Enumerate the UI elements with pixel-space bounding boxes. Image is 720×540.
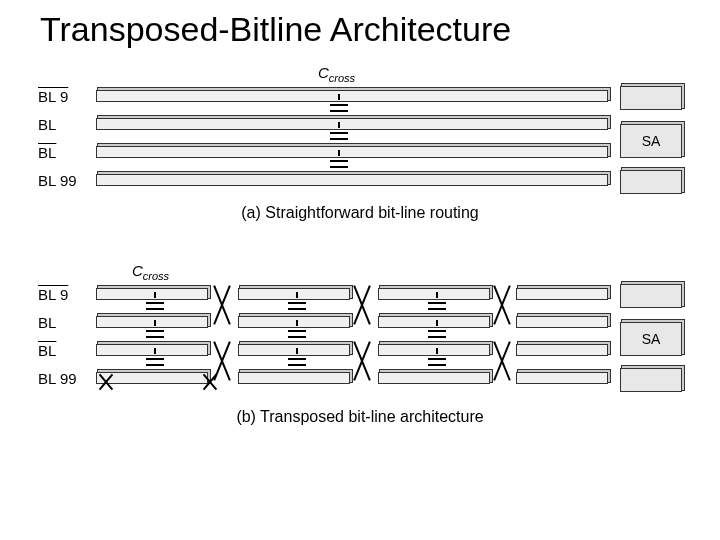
row-bl9bar-a: BL 9 bbox=[38, 86, 682, 112]
ccross-c: C bbox=[318, 64, 329, 81]
label-bl: BL bbox=[38, 116, 88, 133]
row-bl-a: BL SA bbox=[38, 114, 682, 140]
label-bl99-b: BL 99 bbox=[38, 370, 88, 387]
label-bl-b: BL bbox=[38, 314, 88, 331]
label-bl99: BL 99 bbox=[38, 172, 88, 189]
caption-a: (a) Straightforward bit-line routing bbox=[38, 204, 682, 222]
bar-b-r4-s2 bbox=[238, 372, 350, 384]
ccross-sub: cross bbox=[329, 72, 355, 84]
row-bl99-a: BL 99 bbox=[38, 170, 682, 196]
bar-bl99-a bbox=[96, 174, 608, 186]
figure-a: Ccross BL 9 BL SA BL BL 99 (a) Straightf… bbox=[38, 72, 682, 232]
bar-b-r4-s4 bbox=[516, 372, 608, 384]
row-bl99-b: BL 99 bbox=[38, 368, 682, 394]
xmark-b-bl1 bbox=[98, 374, 114, 390]
label-bl9bar-b: BL 9 bbox=[38, 286, 88, 303]
bar-b-r2-s4 bbox=[516, 316, 608, 328]
sa-box-a-3 bbox=[620, 170, 682, 194]
bar-bl-a bbox=[96, 118, 608, 130]
bar-b-r3-s4 bbox=[516, 344, 608, 356]
ccross-c-b: C bbox=[132, 262, 143, 279]
bar-blbar-a bbox=[96, 146, 608, 158]
bar-bl9bar-a bbox=[96, 90, 608, 102]
label-blbar: BL bbox=[38, 144, 88, 161]
sa-box-a-1 bbox=[620, 86, 682, 110]
page-title: Transposed-Bitline Architecture bbox=[0, 10, 720, 49]
figure-b: Ccross BL 9 BL SA BL bbox=[38, 270, 682, 470]
bar-b-r1-s4 bbox=[516, 288, 608, 300]
sa-box-b-1 bbox=[620, 284, 682, 308]
xmark-b-bl2 bbox=[202, 374, 218, 390]
label-bl9bar: BL 9 bbox=[38, 88, 88, 105]
sa-box-b-3 bbox=[620, 368, 682, 392]
ccross-label-a: Ccross bbox=[318, 64, 355, 84]
label-blbar-b: BL bbox=[38, 342, 88, 359]
ccross-label-b: Ccross bbox=[132, 262, 169, 282]
row-blbar-a: BL bbox=[38, 142, 682, 168]
caption-b: (b) Transposed bit-line architecture bbox=[38, 408, 682, 426]
bar-b-r4-s3 bbox=[378, 372, 490, 384]
row-bl-b: BL SA bbox=[38, 312, 682, 338]
ccross-sub-b: cross bbox=[143, 270, 169, 282]
